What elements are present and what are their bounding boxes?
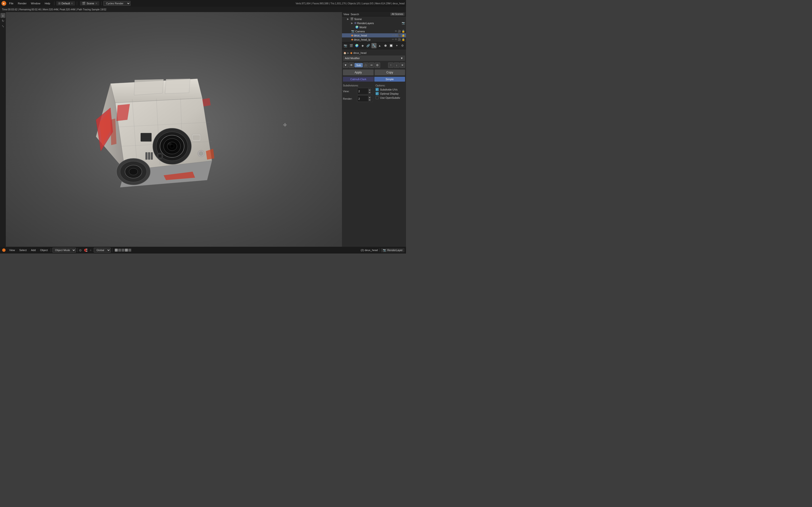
props-constraints-icon[interactable]: 🔗	[366, 43, 371, 48]
path-home-icon[interactable]: 🏠	[343, 52, 346, 54]
camera-visibility-icon[interactable]: 👁	[395, 30, 397, 33]
panel-view-link[interactable]: View	[343, 13, 349, 16]
props-data-icon[interactable]: ▲	[377, 43, 382, 48]
props-particles-icon[interactable]: ✦	[394, 43, 400, 48]
mod-collapse-icon[interactable]: ▼	[343, 62, 348, 68]
workspace-selector[interactable]: ⊞ Default ✕	[56, 1, 75, 6]
props-modifier-icon[interactable]: 🔧	[371, 43, 377, 48]
top-menu-bar: B File Render Window Help ⊞ Default ✕ 🎬 …	[0, 0, 406, 7]
bottom-select-btn[interactable]: Select	[18, 248, 28, 252]
deux-head-visibility-icon[interactable]: 👁	[395, 34, 397, 37]
bottom-logo-icon[interactable]	[1, 248, 6, 252]
bottom-add-btn[interactable]: Add	[30, 248, 37, 252]
sep-2	[77, 1, 77, 5]
menu-help[interactable]: Help	[43, 1, 52, 5]
use-opensubdiv-checkbox[interactable]	[375, 96, 379, 99]
snap-btn[interactable]: 🧲	[84, 249, 88, 252]
view-decrement-btn[interactable]: ▼	[368, 91, 371, 94]
copy-button[interactable]: Copy	[374, 69, 405, 75]
view-value-display[interactable]: 2 ▲ ▼	[357, 88, 373, 95]
camera-lock-icon[interactable]: 🔒	[402, 30, 405, 33]
catmull-clark-button[interactable]: Catmull-Clark	[343, 77, 374, 81]
props-world-icon[interactable]: 🌍	[354, 43, 360, 48]
path-object-name: deux_head	[353, 51, 366, 54]
layer-btn-4[interactable]	[125, 249, 128, 251]
3d-viewport[interactable]	[0, 12, 342, 247]
tree-item-camera[interactable]: 📷 Camera 👁 🎥 🔒	[342, 29, 406, 33]
tree-arrow-renderlayers: ▶	[351, 22, 354, 24]
mod-close-icon[interactable]: ✕	[400, 62, 405, 68]
render-layer-button[interactable]: 📷 RenderLayer	[381, 248, 405, 252]
mod-edit-icon[interactable]: ✏	[369, 62, 374, 68]
layer-btn-2[interactable]	[118, 249, 121, 251]
bottom-sep-2	[77, 248, 78, 252]
props-object-icon[interactable]: ◆	[360, 43, 365, 48]
render-decrement-btn[interactable]: ▼	[368, 99, 371, 101]
deux-head-lp-lock-icon[interactable]: 🔒	[402, 38, 405, 41]
deux-head-lp-render-icon[interactable]: 🎥	[398, 38, 401, 41]
menu-render[interactable]: Render	[16, 1, 29, 5]
mod-down-icon[interactable]: ↓	[394, 62, 399, 68]
renderlayers-camera-icon[interactable]: 📷	[402, 21, 405, 24]
svg-point-40	[159, 155, 161, 157]
subdivisions-options-row: Subdivisions: View: 2 ▲ ▼ Render:	[343, 83, 405, 103]
tree-item-renderlayers[interactable]: ▶ ⊞ RenderLayers 📷	[342, 21, 406, 25]
stats-info: Verts:971,664 | Faces:965,588 | Tris:1,9…	[296, 2, 405, 5]
deux-head-render-icon[interactable]: 🎥	[398, 34, 401, 37]
simple-button[interactable]: Simple	[374, 77, 405, 81]
mod-gear-icon[interactable]: ⚙	[375, 62, 380, 68]
props-material-icon[interactable]: ⬟	[383, 43, 388, 48]
camera-render-icon[interactable]: 🎥	[398, 30, 401, 33]
panel-search-link[interactable]: Search	[351, 13, 359, 16]
transform-select[interactable]: Global Local Normal Gimbal View	[94, 248, 111, 252]
scene-expand-icon[interactable]: ✕	[95, 2, 97, 5]
props-scene-icon[interactable]: 🎬	[349, 43, 354, 48]
render-engine-select[interactable]: Cycles Render Blender Render	[103, 1, 131, 6]
render-value-display[interactable]: 2 ▲ ▼	[357, 95, 373, 102]
main-viewport[interactable]	[0, 12, 342, 247]
apply-button[interactable]: Apply	[343, 69, 373, 75]
mod-camera-icon[interactable]: 🎥	[363, 62, 368, 68]
tree-item-scene[interactable]: ▶ 🎬 Scene	[342, 17, 406, 21]
layer-buttons	[115, 249, 131, 251]
props-physics-icon[interactable]: ⚙	[400, 43, 405, 48]
tool-scale[interactable]: ⤡	[0, 24, 5, 29]
scene-selector[interactable]: 🎬 Scene ✕	[80, 1, 99, 6]
tree-arrow-scene: ▶	[347, 18, 349, 20]
mod-sub-button[interactable]: Sub	[355, 63, 363, 67]
render-increment-btn[interactable]: ▲	[368, 96, 371, 99]
deux-head-edit-icon[interactable]: ✏	[392, 34, 394, 37]
tool-rotate[interactable]: ↻	[0, 18, 5, 23]
workspace-add-icon[interactable]: ✕	[71, 2, 73, 5]
bottom-object-btn[interactable]: Object	[39, 248, 49, 252]
subdivisions-title: Subdivisions:	[343, 83, 373, 88]
object-mode-select[interactable]: Object Mode Edit Mode Sculpt Mode	[52, 248, 76, 252]
menu-file[interactable]: File	[7, 1, 15, 5]
optimal-display-checkbox[interactable]	[375, 92, 379, 95]
svg-point-28	[129, 168, 138, 175]
view-increment-btn[interactable]: ▲	[368, 89, 371, 91]
layer-btn-3[interactable]	[121, 249, 124, 251]
add-modifier-button[interactable]: Add Modifier ▼	[343, 56, 405, 61]
layer-btn-1[interactable]	[115, 249, 118, 251]
all-scenes-button[interactable]: All Scenes	[390, 12, 405, 16]
tool-translate[interactable]: ↕	[0, 13, 5, 18]
tree-item-world[interactable]: 🌍 World	[342, 25, 406, 29]
bottom-view-btn[interactable]: View	[8, 248, 16, 252]
pivot-point-btn[interactable]: ⊙	[79, 248, 82, 252]
mod-eye-icon[interactable]: 👁	[349, 62, 354, 68]
layer-btn-5[interactable]	[128, 249, 131, 251]
subdivide-uvs-checkbox[interactable]	[375, 88, 379, 91]
option-optimal-display: Optimal Display	[375, 92, 405, 95]
menu-window[interactable]: Window	[29, 1, 42, 5]
deux-head-lp-edit-icon[interactable]: ✏	[392, 38, 394, 41]
deux-head-lp-visibility-icon[interactable]: 👁	[395, 38, 397, 41]
mod-up-icon[interactable]: ↑	[388, 62, 394, 68]
props-texture-icon[interactable]: 🔲	[388, 43, 394, 48]
svg-rect-29	[146, 152, 147, 160]
tree-item-deux-head[interactable]: ◆ deux_head ✏ 👁 🎥 🔒	[342, 33, 406, 38]
props-render-icon[interactable]: 📷	[343, 43, 348, 48]
deux-head-lock-icon[interactable]: 🔒	[402, 34, 405, 37]
tree-item-deux-head-lp[interactable]: ◆ deux_head_lp ✏ 👁 🎥 🔒	[342, 38, 406, 42]
proportional-btn[interactable]: ○	[90, 249, 92, 251]
